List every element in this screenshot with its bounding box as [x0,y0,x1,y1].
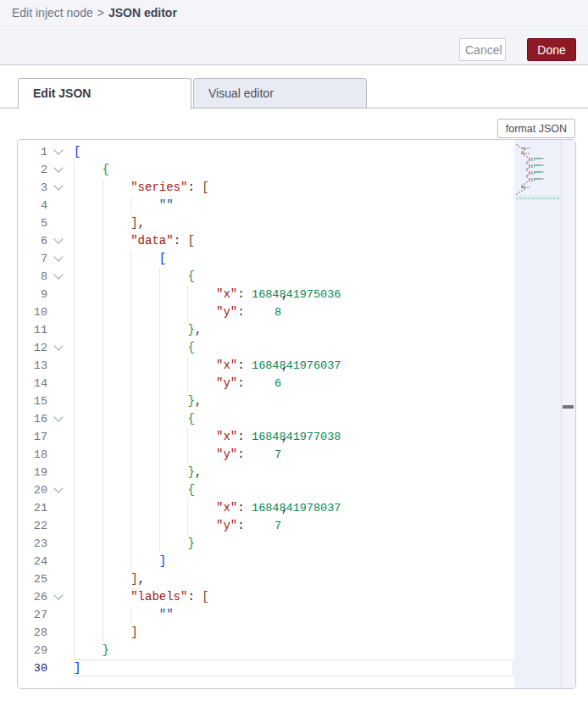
fold-toggle[interactable] [47,339,74,357]
code-line[interactable]: 5], [18,214,514,232]
code-line[interactable]: 18"y": 7 [18,446,514,464]
code-line[interactable]: 27"" [18,606,514,624]
code-text: { [74,481,195,499]
code-line[interactable]: 6"data": [ [18,232,514,250]
fold-toggle[interactable] [47,410,74,428]
code-line[interactable]: 23} [18,535,514,553]
line-number: 20 [18,481,47,499]
code-line[interactable]: 7[ [18,250,514,268]
code-text: [ [74,250,166,268]
code-line[interactable]: 13"x": 1684841976037, [18,357,514,375]
code-line[interactable]: 28] [18,624,514,642]
code-text: }, [74,464,202,481]
indent-guide [130,606,131,624]
indent-guide [103,392,103,410]
breadcrumb-current: JSON editor [108,6,177,19]
line-number: 4 [18,197,47,214]
indent-guide [130,428,131,446]
indent-guide [130,392,131,410]
code-line[interactable]: 30] [18,659,514,677]
code-line[interactable]: 14"y": 6 [18,375,514,392]
code-line[interactable]: 4"" [18,197,514,214]
minimap[interactable] [514,140,562,688]
line-number: 21 [18,499,47,517]
fold-toggle[interactable] [47,179,74,197]
indent-guide [159,357,160,375]
fold-toggle[interactable] [47,588,74,606]
code-line[interactable]: 25], [18,570,514,588]
fold-toggle[interactable] [47,250,74,268]
fold-toggle[interactable] [47,481,74,499]
indent-guide [74,392,75,410]
indent-guide [103,321,103,339]
code-line[interactable]: 15}, [18,392,514,410]
code-text: "y": 7 [74,517,281,535]
code-lines[interactable]: 1[2{3"series": [4""5],6"data": [7[8{9"x"… [18,143,514,677]
code-line[interactable]: 12{ [18,339,514,357]
indent-guide [74,588,75,606]
fold-toggle[interactable] [47,268,74,286]
code-line[interactable]: 21"x": 1684841978037, [18,499,514,517]
indent-guide [103,499,103,517]
line-number: 26 [18,588,47,606]
code-line[interactable]: 16{ [18,410,514,428]
indent-guide [130,286,131,303]
indent-guide [74,446,75,464]
code-line[interactable]: 11}, [18,321,514,339]
scrollbar-track[interactable] [562,140,575,688]
format-json-button[interactable]: format JSON [497,119,575,138]
line-number: 22 [18,517,47,535]
code-text: ] [74,659,80,677]
indent-guide [159,303,160,321]
code-line[interactable]: 20{ [18,481,514,499]
cancel-button[interactable]: Cancel [459,38,506,61]
indent-guide [103,375,103,392]
tab-edit-json[interactable]: Edit JSON [18,78,191,109]
line-number: 23 [18,535,47,553]
code-text: } [74,642,109,659]
indent-guide [159,392,160,410]
indent-guide [159,339,160,357]
indent-guide [187,517,188,535]
fold-toggle[interactable] [47,232,74,250]
chevron-down-icon [53,252,63,261]
indent-guide [159,321,160,339]
indent-guide [74,410,75,428]
code-line[interactable]: 17"x": 1684841977038, [18,428,514,446]
code-line[interactable]: 8{ [18,268,514,286]
code-line[interactable]: 29} [18,642,514,659]
code-line[interactable]: 24] [18,553,514,570]
indent-guide [187,286,188,303]
code-editor[interactable]: 1[2{3"series": [4""5],6"data": [7[8{9"x"… [17,139,576,689]
indent-guide [130,535,131,553]
breadcrumb-parent[interactable]: Edit inject node [12,6,93,19]
line-number: 8 [18,268,47,286]
code-line[interactable]: 22"y": 7 [18,517,514,535]
line-number: 5 [18,214,47,232]
chevron-down-icon [53,483,63,492]
indent-guide [103,481,103,499]
indent-guide [103,232,103,250]
indent-guide [74,197,75,214]
indent-guide [74,161,75,179]
indent-guide [130,553,131,570]
fold-toggle[interactable] [47,161,74,179]
code-line[interactable]: 26"labels": [ [18,588,514,606]
tab-visual-editor[interactable]: Visual editor [193,78,367,108]
indent-guide [74,642,75,659]
code-line[interactable]: 1[ [18,143,514,161]
fold-toggle[interactable] [47,143,74,161]
indent-guide [103,624,103,642]
code-line[interactable]: 19}, [18,464,514,481]
indent-guide [103,464,103,481]
code-line[interactable]: 2{ [18,161,514,179]
indent-guide [74,179,75,197]
line-number: 30 [18,659,47,677]
code-line[interactable]: 3"series": [ [18,179,514,197]
code-line[interactable]: 10"y": 8 [18,303,514,321]
code-text: "x": 1684841975036, [74,286,288,303]
done-button[interactable]: Done [527,38,576,61]
code-text: "" [74,197,174,214]
code-line[interactable]: 9"x": 1684841975036, [18,286,514,303]
indent-guide [103,214,103,232]
